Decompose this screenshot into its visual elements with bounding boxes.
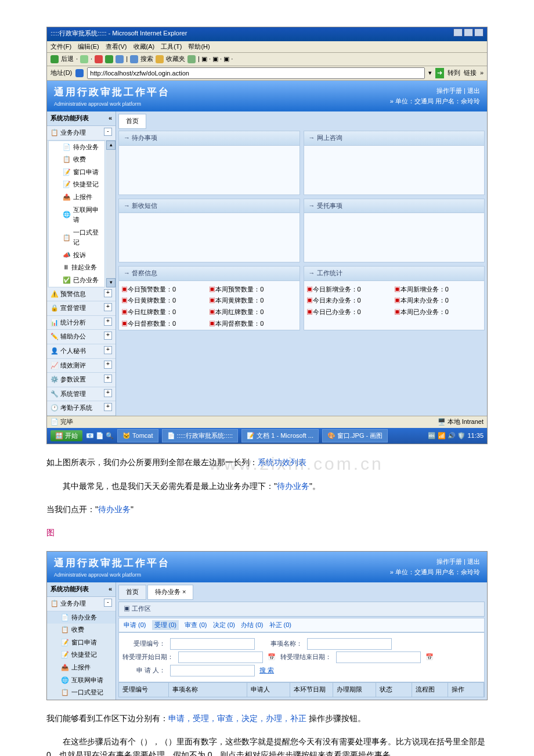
step-accept[interactable]: 受理 (0) (152, 620, 179, 631)
start-button[interactable]: 🪟 开始 (50, 430, 82, 442)
cat-params[interactable]: ⚙️ 参数设置+ (47, 373, 116, 387)
titlebar: :::::行政审批系统::::: - Microsoft Internet Ex… (47, 27, 487, 41)
history-icon[interactable] (187, 55, 196, 63)
step-apply[interactable]: 申请 (0) (124, 620, 146, 631)
user-info: » 单位：交通局 用户名：余玲玲 (390, 96, 480, 107)
back-button[interactable]: 后退 (61, 54, 74, 64)
scroll-down-icon: ▾ (106, 278, 116, 287)
tab-home-2[interactable]: 首页 (118, 585, 146, 600)
cat-attend[interactable]: 🕐 考勤子系统+ (47, 401, 116, 416)
menu-fav[interactable]: 收藏(A) (134, 43, 155, 50)
refresh-icon[interactable] (105, 55, 113, 63)
cat-business[interactable]: 📋 业务办理- (47, 126, 116, 141)
main-area: 首页 → 待办事项 → 网上咨询 → 新收短信 → 受托事项 → 督察信息 ▣今… (116, 111, 487, 416)
sidebar-item-window-2[interactable]: 📝 窗口申请 (47, 636, 116, 649)
scroll-up-icon: ▴ (106, 141, 116, 150)
cat-stats[interactable]: 📊 统计分析+ (47, 316, 116, 330)
calendar-icon-2[interactable]: 📅 (425, 652, 434, 663)
app-title: 通用行政审批工作平台 (54, 87, 170, 98)
doc-p1: www.zixin.com.cn 如上图所表示，我们办公所要用到全部在最左边那一… (46, 456, 488, 469)
panel-inspect-hdr: → 督察信息 (119, 267, 300, 281)
tray-icons[interactable]: 🔤 📶 🔊 🛡️ (428, 431, 466, 441)
back-icon[interactable] (50, 55, 59, 63)
sidebar-item-todo[interactable]: 📄 待办业务 (49, 141, 104, 154)
header-links[interactable]: 操作手册 | 退出 (390, 86, 480, 96)
max-icon[interactable] (464, 28, 473, 37)
sidebar-item-todo-2[interactable]: 📄 待办业务 (47, 611, 116, 624)
lbl-sq: 申 请 人： (122, 665, 165, 676)
go-label[interactable]: 转到 (448, 68, 460, 78)
cat-system[interactable]: 🔧 系统管理+ (47, 387, 116, 402)
sidebar-item-web-2[interactable]: 🌐 互联网申请 (47, 674, 116, 687)
cat-business-2[interactable]: 📋 业务办理- (47, 597, 116, 611)
sidebar-item-report-2[interactable]: 📤 上报件 (47, 661, 116, 674)
sidebar-item-quick-2[interactable]: 📝 快捷登记 (47, 649, 116, 661)
sidebar-item-fee[interactable]: 📋 收费 (49, 153, 104, 166)
menu-help[interactable]: 帮助(H) (188, 43, 210, 50)
sidebar-item-web[interactable]: 🌐 互联网申请 (49, 204, 104, 226)
window-buttons (452, 28, 484, 40)
favorites-button[interactable]: 收藏夹 (166, 54, 185, 64)
input-mc[interactable] (307, 638, 392, 650)
menu-file[interactable]: 文件(F) (50, 43, 71, 50)
search-form: 受理编号： 事项名称： 转受理开始日期：📅 转受理结束日期：📅 申 请 人： 搜… (118, 632, 485, 682)
url-input[interactable] (87, 67, 425, 79)
input-ks[interactable] (178, 651, 263, 663)
go-button[interactable]: ➜ (435, 68, 444, 78)
tab-todo[interactable]: 待办业务 × (147, 585, 193, 600)
header-links-2[interactable]: 操作手册 | 退出 (390, 557, 480, 567)
home-icon[interactable] (116, 55, 124, 63)
star-icon[interactable] (156, 55, 164, 63)
fwd-icon[interactable] (80, 55, 88, 63)
doc-p5: 在这些步骤后边有个（），（）里面有数字，这些数字就是提醒您今天有没有需要处理事务… (46, 735, 488, 756)
input-sq[interactable] (170, 665, 255, 676)
sidebar-item-report[interactable]: 📤 上报件 (49, 191, 104, 204)
calendar-icon[interactable]: 📅 (268, 652, 276, 663)
menu-tools[interactable]: 工具(T) (161, 43, 182, 50)
input-bh[interactable] (170, 638, 255, 650)
step-decide[interactable]: 决定 (0) (213, 620, 236, 631)
cat-assist[interactable]: ✏️ 辅助办公+ (47, 330, 116, 344)
collapse-icon[interactable]: « (109, 113, 112, 124)
collapse-icon-2[interactable]: « (109, 584, 112, 595)
search-icon[interactable] (130, 55, 138, 63)
step-finish[interactable]: 办结 (0) (241, 620, 264, 631)
search-button[interactable]: 搜 索 (259, 665, 274, 676)
menu-view[interactable]: 查看(V) (106, 43, 127, 50)
input-js[interactable] (336, 651, 421, 663)
sidebar-item-fee-2[interactable]: 📋 收费 (47, 624, 116, 636)
sidebar-item-one-2[interactable]: 📋 一口式登记 (47, 686, 116, 699)
cat-personal[interactable]: 👤 个人秘书+ (47, 344, 116, 359)
step-review[interactable]: 审查 (0) (185, 620, 207, 631)
close-icon[interactable] (474, 28, 484, 37)
links-label[interactable]: 链接 (464, 68, 477, 78)
task-ie[interactable]: 📄 :::::行政审批系统::::: (162, 429, 239, 443)
sidebar-title: 系统功能列表 (50, 113, 89, 124)
app-subtitle: Administrative approval work platform (54, 100, 170, 108)
sidebar-item-quick[interactable]: 📝 快捷登记 (49, 178, 104, 191)
search-button[interactable]: 搜索 (140, 54, 153, 64)
task-paint[interactable]: 🎨 窗口.JPG - 画图 (322, 429, 388, 443)
app-title-2: 通用行政审批工作平台 (54, 557, 170, 568)
cat-perf[interactable]: 📈 绩效测评+ (47, 359, 116, 373)
quicklaunch-icon[interactable]: 📧 📄 🔍 (86, 431, 114, 441)
min-icon[interactable] (453, 28, 463, 37)
app-banner-2: 通用行政审批工作平台 Administrative approval work … (47, 552, 487, 583)
sidebar-item-done[interactable]: ✅ 已办业务 (49, 274, 104, 287)
dropdown-icon[interactable]: ▾ (428, 68, 432, 78)
task-tomcat[interactable]: 🐱 Tomcat (117, 429, 158, 443)
cat-alarm[interactable]: ⚠️ 预警信息+ (47, 287, 116, 302)
tab-home[interactable]: 首页 (118, 114, 146, 129)
panel-trust-body (304, 213, 485, 262)
sidebar-item-window[interactable]: 📝 窗口申请 (49, 166, 104, 179)
scrollbar[interactable]: ▴▾ (106, 141, 116, 287)
sidebar-item-complaint[interactable]: 📣 投诉 (49, 249, 104, 262)
sidebar-item-hold[interactable]: ⏸ 挂起业务 (49, 261, 104, 274)
doc-p2: 其中最常见，也是我们天天必需先看是最上边业务办理下："待办业务"。 (46, 480, 488, 492)
sidebar-item-one[interactable]: 📋 一口式登记 (49, 226, 104, 249)
stop-icon[interactable] (95, 55, 103, 63)
step-correct[interactable]: 补正 (0) (269, 620, 292, 631)
task-word[interactable]: 📝 文档 1 - Microsoft ... (241, 429, 319, 443)
cat-supervise[interactable]: 🔒 宣督管理+ (47, 301, 116, 316)
menu-edit[interactable]: 编辑(E) (78, 43, 99, 50)
